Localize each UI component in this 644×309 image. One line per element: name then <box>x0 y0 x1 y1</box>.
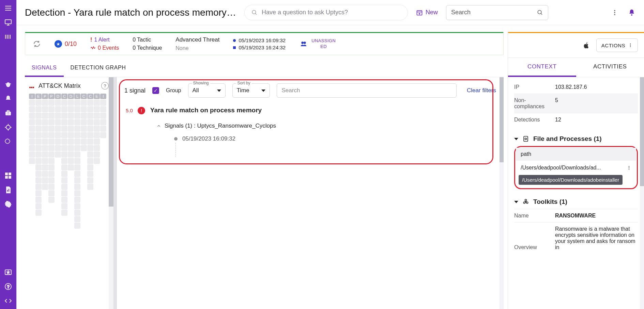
svg-point-48 <box>630 45 631 46</box>
brain-icon[interactable] <box>4 137 12 146</box>
severity-icon: ! <box>138 107 145 114</box>
events-count[interactable]: 0 Events <box>90 45 119 51</box>
svg-marker-30 <box>7 271 10 274</box>
svg-point-57 <box>523 202 525 204</box>
svg-rect-24 <box>5 176 8 179</box>
svg-point-53 <box>629 167 629 168</box>
signal-subgroup[interactable]: Signals (1) : Uptycs_Ransomware_Cyclops <box>156 123 496 129</box>
svg-point-58 <box>526 202 528 204</box>
bell-icon[interactable] <box>4 95 12 103</box>
gear-icon[interactable] <box>4 200 12 208</box>
assignee[interactable]: UNASSIGNED <box>311 38 336 50</box>
tab-activities[interactable]: ACTIVITIES <box>576 58 644 77</box>
section-file-processes[interactable]: File and Processes (1) <box>514 135 638 143</box>
svg-point-47 <box>630 44 631 44</box>
alerts-count[interactable]: !1 Alert <box>90 37 119 43</box>
more-vert-icon[interactable] <box>627 165 631 170</box>
global-search-input[interactable]: Search <box>446 5 548 20</box>
context-panel: ACTIONS CONTEXT ACTIVITIES IP103.82.187.… <box>508 32 644 309</box>
svg-line-13 <box>10 84 11 84</box>
monitor-icon[interactable] <box>4 18 12 27</box>
svg-rect-8 <box>7 35 8 39</box>
svg-rect-10 <box>10 35 11 39</box>
calendar-plus-icon <box>416 9 423 16</box>
svg-rect-50 <box>524 136 528 142</box>
help-icon[interactable]: ? <box>101 82 109 90</box>
svg-point-41 <box>614 10 615 11</box>
signal-item[interactable]: 5.0 ! Yara rule match on process memory … <box>124 107 496 157</box>
svg-line-12 <box>5 84 7 84</box>
more-vert-icon[interactable] <box>611 9 618 16</box>
svg-point-33 <box>252 10 256 14</box>
barcode-icon[interactable] <box>4 33 12 41</box>
highlight-annotation: path /Users/deadpool/Downloads/ad... /Us… <box>514 146 638 189</box>
apple-icon <box>583 41 590 49</box>
svg-line-34 <box>255 13 257 15</box>
kv-toolkit-name: NameRANSOMWARE <box>514 209 638 222</box>
kv-noncompliances: Non-compliances5 <box>514 94 638 113</box>
help-icon[interactable]: ? <box>4 282 12 291</box>
scrollbar[interactable] <box>500 77 504 309</box>
tab-detection-graph[interactable]: DETECTION GRAPH <box>64 60 133 77</box>
svg-text:!: ! <box>8 112 9 115</box>
biohazard-icon <box>522 198 529 205</box>
svg-rect-9 <box>9 35 9 39</box>
clear-filters-link[interactable]: Clear filters <box>467 87 496 94</box>
kv-ip: IP103.82.187.6 <box>514 81 638 94</box>
time-range: 05/19/2023 16:09:32 05/19/2023 16:24:32 <box>233 37 286 50</box>
ask-uptycs-input[interactable]: Have a question to ask Uptycs? <box>244 5 408 20</box>
briefcase-alert-icon[interactable]: ! <box>4 109 12 117</box>
svg-point-56 <box>525 199 527 201</box>
path-header: path <box>516 148 636 161</box>
left-nav-rail: ! ? <box>0 0 16 309</box>
svg-rect-7 <box>6 35 7 39</box>
section-toolkits[interactable]: Toolkits (1) <box>514 198 638 206</box>
scrollbar[interactable] <box>109 77 113 309</box>
svg-text:?: ? <box>7 284 9 289</box>
tab-signals[interactable]: SIGNALS <box>25 60 64 77</box>
search-icon <box>251 10 258 16</box>
tactic-count: 0 Tactic <box>133 37 162 43</box>
tab-context[interactable]: CONTEXT <box>508 58 576 77</box>
technique-count: 0 Technique <box>133 45 162 51</box>
signal-name: Yara rule match on process memory <box>150 107 262 114</box>
kv-toolkit-overview: OverviewRansomware is a malware that enc… <box>514 222 638 254</box>
sortby-select[interactable]: Sort by Time <box>232 83 270 98</box>
bug-icon[interactable] <box>4 80 12 88</box>
menu-icon[interactable] <box>4 4 12 12</box>
scrollbar[interactable] <box>640 77 644 309</box>
group-checkbox[interactable]: ✓ <box>152 87 159 94</box>
search-icon <box>537 10 543 16</box>
svg-point-17 <box>6 125 10 129</box>
signal-timestamp: 05/19/2023 16:09:32 <box>174 135 496 142</box>
chevron-up-icon <box>156 124 161 128</box>
svg-point-43 <box>614 14 615 15</box>
svg-point-54 <box>629 169 629 169</box>
dashboard-icon[interactable] <box>4 172 12 180</box>
svg-point-39 <box>538 10 541 14</box>
threat-label: Advanced Threat <box>175 36 219 43</box>
report-icon[interactable] <box>4 186 12 194</box>
svg-point-42 <box>614 12 615 13</box>
more-vert-icon <box>628 43 633 48</box>
svg-point-46 <box>304 42 306 44</box>
signals-search-input[interactable]: Search <box>277 83 457 98</box>
severity-score: 5.0 <box>126 108 133 113</box>
star-box-icon[interactable] <box>4 268 12 276</box>
actions-button[interactable]: ACTIONS <box>596 38 638 52</box>
svg-rect-23 <box>9 173 11 175</box>
code-icon[interactable] <box>4 297 12 305</box>
refresh-icon[interactable] <box>33 40 41 48</box>
new-button[interactable]: New <box>416 9 438 16</box>
svg-rect-27 <box>9 189 9 192</box>
path-row[interactable]: /Users/deadpool/Downloads/ad... <box>516 161 636 175</box>
target-icon[interactable] <box>4 123 12 131</box>
ask-placeholder: Have a question to ask Uptycs? <box>262 9 348 16</box>
path-tooltip: /Users/deadpool/Downloads/adobeinstaller <box>519 175 623 185</box>
svg-point-11 <box>6 82 10 87</box>
notifications-icon[interactable] <box>628 9 636 17</box>
svg-rect-3 <box>5 20 11 24</box>
showing-select[interactable]: Showing All <box>188 83 226 98</box>
signal-count: 1 signal <box>124 87 145 94</box>
kv-detections: Detections12 <box>514 113 638 126</box>
